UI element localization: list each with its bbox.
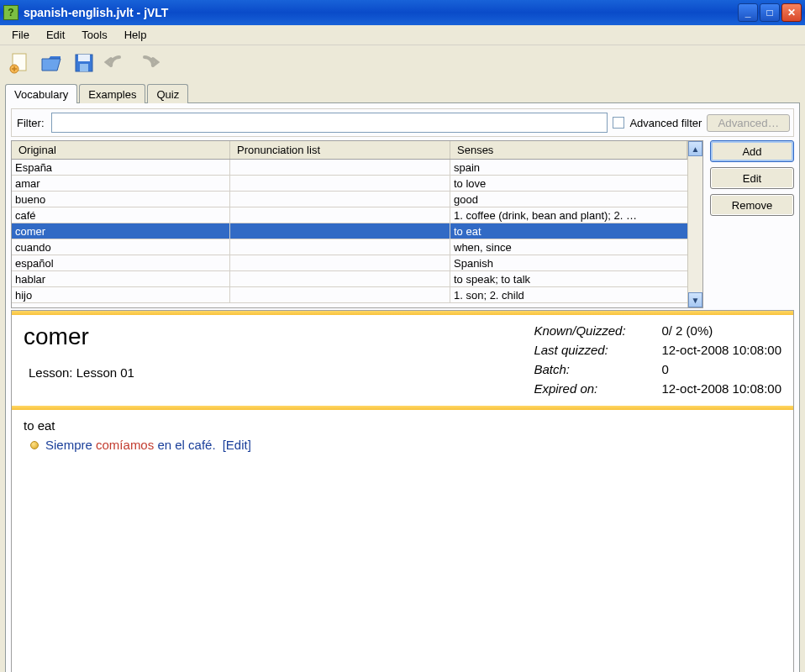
vocab-table: Original Pronunciation list Senses Españ…	[11, 140, 703, 308]
advanced-filter-label: Advanced filter	[629, 117, 702, 129]
stat-known-label: Known/Quizzed:	[534, 323, 651, 338]
tab-vocabulary[interactable]: Vocabulary	[5, 84, 77, 103]
stat-batch-label: Batch:	[534, 362, 651, 376]
col-pronunciation[interactable]: Pronunciation list	[230, 141, 450, 159]
table-row[interactable]: españolSpanish	[12, 255, 687, 271]
svg-rect-3	[78, 55, 90, 61]
stat-expired-label: Expired on:	[534, 381, 651, 396]
undo-icon[interactable]	[103, 50, 129, 76]
close-button[interactable]: ✕	[781, 3, 802, 22]
cell: café	[12, 207, 230, 223]
cell: amar	[12, 176, 230, 191]
table-row[interactable]: buenogood	[12, 192, 687, 207]
cell	[230, 160, 450, 175]
stat-last-label: Last quizzed:	[534, 343, 651, 357]
cell: España	[12, 160, 230, 175]
table-area: Original Pronunciation list Senses Españ…	[11, 140, 794, 308]
cell: Spanish	[450, 255, 687, 270]
scroll-down-icon[interactable]: ▼	[688, 292, 702, 307]
cell: hijo	[12, 287, 230, 302]
cell: when, since	[450, 239, 687, 255]
detail-lesson: Lesson: Lesson 01	[24, 365, 517, 380]
menu-file[interactable]: File	[5, 27, 36, 43]
app-icon: ?	[3, 5, 18, 20]
menubar: File Edit Tools Help	[0, 25, 805, 45]
stat-expired-value: 12-oct-2008 10:08:00	[661, 381, 781, 396]
cell	[230, 239, 450, 255]
detail-stats: Known/Quizzed: 0/ 2 (0%) Last quizzed: 1…	[534, 323, 781, 396]
side-buttons: Add Edit Remove	[710, 140, 794, 308]
col-original[interactable]: Original	[12, 141, 230, 159]
cell: comer	[12, 223, 230, 239]
table-row[interactable]: café1. coffee (drink, bean and plant); 2…	[12, 207, 687, 223]
menu-edit[interactable]: Edit	[39, 27, 71, 43]
cell	[230, 207, 450, 223]
save-icon[interactable]	[71, 50, 97, 76]
edit-button[interactable]: Edit	[710, 167, 794, 189]
maximize-button[interactable]: □	[760, 3, 780, 22]
titlebar: ? spanish-english.jvlt - jVLT _ □ ✕	[0, 0, 805, 25]
filter-input[interactable]	[51, 113, 608, 133]
svg-rect-4	[80, 64, 88, 71]
example-line: Siempre comíamos en el café.[Edit]	[24, 438, 781, 452]
example-edit-link[interactable]: [Edit]	[223, 438, 251, 452]
filter-row: Filter: Advanced filter Advanced…	[11, 108, 794, 137]
add-button[interactable]: Add	[710, 140, 794, 162]
window-title: spanish-english.jvlt - jVLT	[24, 6, 738, 19]
cell: to speak; to talk	[450, 271, 687, 286]
redo-icon[interactable]	[134, 50, 161, 76]
content-frame: Filter: Advanced filter Advanced… Origin…	[5, 102, 800, 672]
stat-last-value: 12-oct-2008 10:08:00	[661, 343, 781, 357]
table-scrollbar[interactable]: ▲ ▼	[687, 141, 702, 307]
cell: good	[450, 192, 687, 207]
table-row[interactable]: cuandowhen, since	[12, 239, 687, 255]
stat-batch-value: 0	[661, 362, 781, 376]
cell	[230, 287, 450, 302]
menu-help[interactable]: Help	[118, 27, 154, 43]
detail-word: comer	[24, 323, 517, 350]
cell	[230, 192, 450, 207]
cell	[230, 271, 450, 286]
minimize-button[interactable]: _	[738, 3, 758, 22]
cell: cuando	[12, 239, 230, 255]
cell: bueno	[12, 192, 230, 207]
cell: 1. son; 2. child	[450, 287, 687, 302]
open-icon[interactable]	[39, 50, 66, 76]
bullet-icon	[30, 441, 39, 449]
filter-label: Filter:	[15, 117, 46, 129]
cell: hablar	[12, 271, 230, 286]
cell: spain	[450, 160, 687, 175]
scroll-up-icon[interactable]: ▲	[688, 141, 702, 156]
tab-bar: Vocabulary Examples Quiz	[0, 81, 805, 102]
cell: to eat	[450, 223, 687, 239]
cell: 1. coffee (drink, bean and plant); 2. …	[450, 207, 687, 223]
table-row[interactable]: hijo1. son; 2. child	[12, 287, 687, 303]
menu-tools[interactable]: Tools	[75, 27, 113, 43]
toolbar	[0, 45, 805, 81]
advanced-filter-checkbox[interactable]	[613, 117, 624, 129]
cell: español	[12, 255, 230, 270]
table-row[interactable]: amarto love	[12, 176, 687, 192]
stat-known-value: 0/ 2 (0%)	[661, 323, 781, 338]
table-row[interactable]: comerto eat	[12, 223, 687, 239]
col-senses[interactable]: Senses	[450, 141, 687, 159]
detail-sense: to eat	[24, 418, 781, 433]
table-row[interactable]: hablarto speak; to talk	[12, 271, 687, 287]
cell: to love	[450, 176, 687, 191]
cell	[230, 223, 450, 239]
cell	[230, 255, 450, 270]
remove-button[interactable]: Remove	[710, 194, 794, 216]
table-header: Original Pronunciation list Senses	[12, 141, 687, 160]
tab-examples[interactable]: Examples	[79, 84, 145, 103]
advanced-button[interactable]: Advanced…	[707, 114, 790, 132]
detail-panel: comer Lesson: Lesson 01 Known/Quizzed: 0…	[11, 310, 794, 672]
cell	[230, 176, 450, 191]
new-icon[interactable]	[7, 50, 34, 76]
example-text: Siempre comíamos en el café.	[45, 438, 216, 452]
tab-quiz[interactable]: Quiz	[147, 84, 188, 103]
table-row[interactable]: Españaspain	[12, 160, 687, 176]
